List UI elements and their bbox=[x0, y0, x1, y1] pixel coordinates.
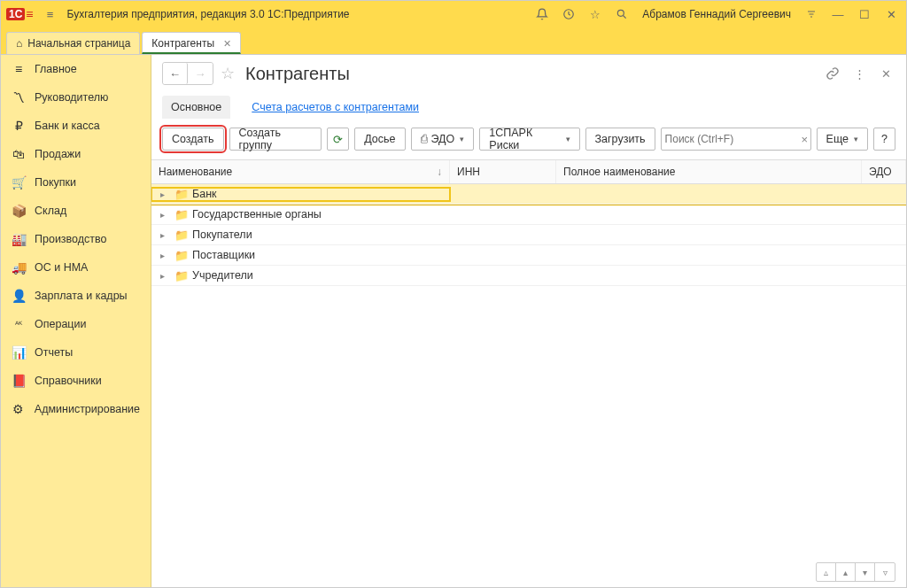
expander-icon[interactable]: ▸ bbox=[160, 190, 171, 199]
back-button[interactable]: ← bbox=[163, 63, 188, 84]
sidebar-item-catalogs[interactable]: 📕Справочники bbox=[1, 367, 151, 395]
folder-icon: 📁 bbox=[174, 269, 189, 282]
expander-icon[interactable]: ▸ bbox=[160, 230, 171, 240]
star-icon[interactable]: ☆ bbox=[585, 4, 605, 24]
bag-icon: 🛍 bbox=[12, 147, 26, 161]
bell-icon[interactable] bbox=[532, 4, 552, 24]
spark-button[interactable]: 1СПАРК Риски▾ bbox=[479, 128, 579, 151]
sidebar-item-label: Зарплата и кадры bbox=[35, 290, 128, 302]
column-name[interactable]: Наименование↓ bbox=[151, 160, 450, 183]
gear-icon: ⚙ bbox=[12, 402, 26, 416]
sidebar-item-admin[interactable]: ⚙Администрирование bbox=[1, 395, 151, 423]
sidebar-item-operations[interactable]: ᴬᴷОперации bbox=[1, 310, 151, 338]
load-button[interactable]: Загрузить bbox=[585, 128, 655, 151]
forward-button[interactable]: → bbox=[188, 63, 213, 84]
help-button[interactable]: ? bbox=[873, 128, 895, 151]
clear-icon[interactable]: × bbox=[798, 133, 812, 146]
table-row[interactable]: ▸📁Банк bbox=[151, 184, 906, 205]
subtab-accounts[interactable]: Счета расчетов с контрагентами bbox=[243, 96, 428, 119]
sidebar-item-warehouse[interactable]: 📦Склад bbox=[1, 197, 151, 225]
bars-icon: 📊 bbox=[12, 345, 26, 360]
menu-icon[interactable]: ≡ bbox=[41, 4, 60, 24]
nav-down-icon[interactable]: ▾ bbox=[856, 563, 875, 581]
close-icon[interactable]: ✕ bbox=[876, 64, 895, 83]
search-input[interactable]: × bbox=[661, 128, 811, 151]
home-icon: ⌂ bbox=[16, 37, 22, 50]
sidebar-item-label: Операции bbox=[35, 318, 86, 330]
toolbar: Создать Создать группу ⟳ Досье ⎙ЭДО▾ 1СП… bbox=[151, 119, 906, 159]
favorite-icon[interactable]: ☆ bbox=[221, 64, 235, 83]
more-button[interactable]: Еще▾ bbox=[817, 128, 868, 151]
sidebar-item-salary[interactable]: 👤Зарплата и кадры bbox=[1, 282, 151, 310]
sidebar-item-production[interactable]: 🏭Производство bbox=[1, 225, 151, 253]
sidebar-item-label: Покупки bbox=[35, 176, 76, 189]
button-label: ЭДО bbox=[431, 133, 455, 145]
create-group-button[interactable]: Создать группу bbox=[229, 128, 322, 151]
close-window-icon[interactable]: ✕ bbox=[881, 4, 901, 24]
row-label: Банк bbox=[192, 188, 217, 200]
user-name[interactable]: Абрамов Геннадий Сергеевич bbox=[642, 8, 791, 20]
column-label: ЭДО bbox=[869, 166, 892, 178]
history-icon[interactable] bbox=[559, 4, 578, 24]
create-button[interactable]: Создать bbox=[162, 128, 224, 151]
ruble-icon: ₽ bbox=[12, 119, 26, 133]
sidebar-item-bank[interactable]: ₽Банк и касса bbox=[1, 112, 151, 140]
app-logo: 1C≡ bbox=[6, 7, 34, 21]
search-icon[interactable] bbox=[612, 4, 632, 24]
tab-close-icon[interactable]: ✕ bbox=[223, 38, 231, 50]
sidebar-item-label: Администрирование bbox=[35, 403, 140, 415]
expander-icon[interactable]: ▸ bbox=[160, 210, 171, 220]
sidebar: ≡Главное 〽Руководителю ₽Банк и касса 🛍Пр… bbox=[1, 55, 151, 587]
table-row[interactable]: ▸📁Поставщики bbox=[151, 245, 906, 266]
subtab-main[interactable]: Основное bbox=[162, 96, 230, 119]
button-label: Еще bbox=[826, 133, 849, 145]
edo-button[interactable]: ⎙ЭДО▾ bbox=[411, 128, 475, 151]
maximize-icon[interactable]: ☐ bbox=[855, 4, 874, 24]
nav-buttons: ← → bbox=[162, 62, 213, 85]
expander-icon[interactable]: ▸ bbox=[160, 271, 171, 281]
table-row[interactable]: ▸📁Государственные органы bbox=[151, 205, 906, 225]
column-edo[interactable]: ЭДО bbox=[862, 160, 906, 183]
row-label: Поставщики bbox=[192, 249, 255, 261]
tab-label: Контрагенты bbox=[151, 37, 214, 50]
folder-icon: 📁 bbox=[174, 208, 189, 221]
sidebar-item-assets[interactable]: 🚚ОС и НМА bbox=[1, 253, 151, 282]
sidebar-item-manager[interactable]: 〽Руководителю bbox=[1, 83, 151, 112]
sidebar-item-purchases[interactable]: 🛒Покупки bbox=[1, 168, 151, 197]
chevron-down-icon: ▾ bbox=[854, 135, 858, 143]
tab-home[interactable]: ⌂ Начальная страница bbox=[6, 32, 140, 54]
tab-contractors[interactable]: Контрагенты ✕ bbox=[142, 32, 241, 54]
column-inn[interactable]: ИНН bbox=[450, 160, 556, 183]
table-row[interactable]: ▸📁Покупатели bbox=[151, 225, 906, 245]
titlebar: 1C≡ ≡ Бухгалтерия предприятия, редакция … bbox=[1, 1, 906, 27]
sidebar-item-main[interactable]: ≡Главное bbox=[1, 55, 151, 83]
subtabs: Основное Счета расчетов с контрагентами bbox=[151, 92, 906, 119]
link-icon[interactable] bbox=[823, 64, 842, 83]
search-field[interactable] bbox=[665, 133, 798, 145]
refresh-button[interactable]: ⟳ bbox=[327, 128, 349, 151]
chevron-down-icon: ▾ bbox=[460, 135, 464, 143]
sidebar-item-reports[interactable]: 📊Отчеты bbox=[1, 338, 151, 367]
kebab-icon[interactable]: ⋮ bbox=[849, 64, 869, 83]
tabbar: ⌂ Начальная страница Контрагенты ✕ bbox=[1, 27, 906, 54]
folder-icon: 📁 bbox=[174, 228, 189, 242]
factory-icon: 🏭 bbox=[12, 232, 26, 246]
expander-icon[interactable]: ▸ bbox=[160, 251, 171, 260]
sidebar-item-label: Отчеты bbox=[35, 346, 73, 359]
person-icon: 👤 bbox=[12, 289, 26, 303]
nav-up-icon[interactable]: ▴ bbox=[836, 563, 856, 581]
list-icon: ≡ bbox=[12, 62, 26, 76]
minimize-icon[interactable]: — bbox=[828, 4, 848, 24]
sidebar-item-sales[interactable]: 🛍Продажи bbox=[1, 140, 151, 168]
nav-first-icon[interactable]: ▵ bbox=[817, 563, 836, 581]
table-body: ▸📁Банк ▸📁Государственные органы ▸📁Покупа… bbox=[151, 184, 906, 587]
dossier-button[interactable]: Досье bbox=[354, 128, 405, 151]
table-row[interactable]: ▸📁Учредители bbox=[151, 266, 906, 286]
filter-icon[interactable] bbox=[802, 4, 821, 24]
column-fullname[interactable]: Полное наименование bbox=[556, 160, 862, 183]
sidebar-item-label: Справочники bbox=[35, 375, 102, 387]
nav-last-icon[interactable]: ▿ bbox=[875, 563, 895, 581]
tab-home-label: Начальная страница bbox=[27, 37, 130, 50]
row-label: Учредители bbox=[192, 269, 253, 282]
column-label: ИНН bbox=[457, 166, 480, 178]
